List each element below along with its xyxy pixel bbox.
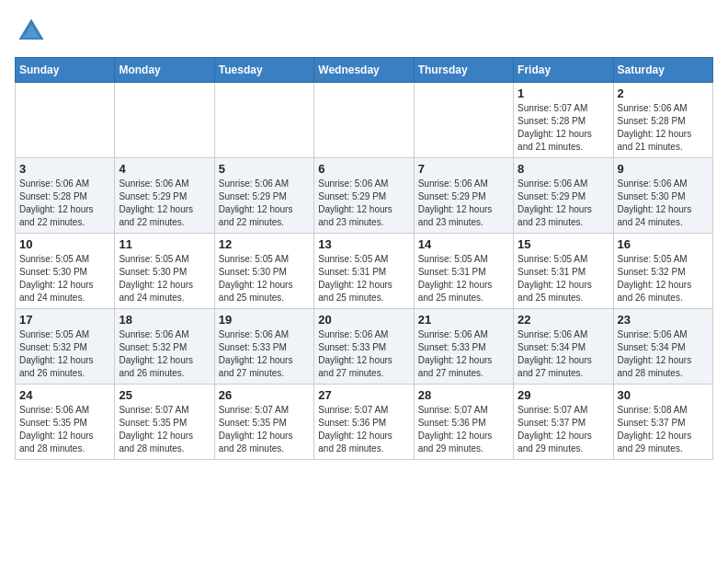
week-row-4: 24Sunrise: 5:06 AM Sunset: 5:35 PM Dayli… — [16, 385, 713, 460]
day-number: 2 — [618, 86, 709, 100]
day-info: Sunrise: 5:06 AM Sunset: 5:34 PM Dayligh… — [518, 328, 609, 380]
calendar-cell: 17Sunrise: 5:05 AM Sunset: 5:32 PM Dayli… — [16, 309, 115, 385]
calendar-cell: 6Sunrise: 5:06 AM Sunset: 5:29 PM Daylig… — [314, 158, 414, 234]
day-number: 16 — [618, 237, 709, 251]
week-row-2: 10Sunrise: 5:05 AM Sunset: 5:30 PM Dayli… — [16, 234, 713, 309]
calendar-cell — [16, 83, 115, 158]
day-number: 30 — [618, 388, 709, 402]
day-info: Sunrise: 5:06 AM Sunset: 5:29 PM Dayligh… — [318, 178, 409, 229]
day-number: 11 — [119, 237, 210, 251]
calendar-cell: 2Sunrise: 5:06 AM Sunset: 5:28 PM Daylig… — [613, 83, 712, 158]
day-number: 17 — [19, 313, 110, 327]
day-number: 4 — [119, 162, 210, 176]
day-number: 13 — [318, 237, 409, 251]
calendar-cell: 11Sunrise: 5:05 AM Sunset: 5:30 PM Dayli… — [115, 234, 214, 309]
calendar-cell: 27Sunrise: 5:07 AM Sunset: 5:36 PM Dayli… — [314, 385, 414, 460]
calendar: SundayMondayTuesdayWednesdayThursdayFrid… — [15, 57, 713, 460]
day-info: Sunrise: 5:06 AM Sunset: 5:28 PM Dayligh… — [618, 102, 709, 154]
calendar-cell: 13Sunrise: 5:05 AM Sunset: 5:31 PM Dayli… — [314, 234, 414, 309]
calendar-cell: 14Sunrise: 5:05 AM Sunset: 5:31 PM Dayli… — [414, 234, 513, 309]
day-number: 12 — [219, 237, 310, 251]
day-number: 3 — [19, 162, 110, 176]
day-number: 22 — [518, 313, 609, 327]
calendar-header-row: SundayMondayTuesdayWednesdayThursdayFrid… — [16, 58, 713, 83]
day-number: 10 — [19, 237, 110, 251]
day-info: Sunrise: 5:06 AM Sunset: 5:33 PM Dayligh… — [318, 328, 409, 380]
day-info: Sunrise: 5:07 AM Sunset: 5:35 PM Dayligh… — [119, 404, 210, 455]
day-info: Sunrise: 5:06 AM Sunset: 5:29 PM Dayligh… — [418, 178, 509, 229]
day-info: Sunrise: 5:05 AM Sunset: 5:31 PM Dayligh… — [518, 253, 609, 304]
week-row-0: 1Sunrise: 5:07 AM Sunset: 5:28 PM Daylig… — [16, 83, 713, 158]
day-number: 27 — [318, 388, 409, 402]
calendar-cell: 23Sunrise: 5:06 AM Sunset: 5:34 PM Dayli… — [613, 309, 712, 385]
day-info: Sunrise: 5:07 AM Sunset: 5:28 PM Dayligh… — [518, 102, 609, 154]
day-info: Sunrise: 5:05 AM Sunset: 5:30 PM Dayligh… — [119, 253, 210, 304]
day-number: 21 — [418, 313, 509, 327]
day-number: 15 — [518, 237, 609, 251]
day-info: Sunrise: 5:05 AM Sunset: 5:30 PM Dayligh… — [219, 253, 310, 304]
day-number: 8 — [518, 162, 609, 176]
header-thursday: Thursday — [414, 58, 513, 83]
logo-icon — [15, 15, 48, 48]
day-info: Sunrise: 5:06 AM Sunset: 5:29 PM Dayligh… — [119, 178, 210, 229]
day-info: Sunrise: 5:06 AM Sunset: 5:35 PM Dayligh… — [19, 404, 110, 455]
day-number: 23 — [618, 313, 709, 327]
day-info: Sunrise: 5:06 AM Sunset: 5:33 PM Dayligh… — [418, 328, 509, 380]
day-info: Sunrise: 5:06 AM Sunset: 5:32 PM Dayligh… — [119, 328, 210, 380]
calendar-cell: 29Sunrise: 5:07 AM Sunset: 5:37 PM Dayli… — [514, 385, 613, 460]
day-info: Sunrise: 5:07 AM Sunset: 5:36 PM Dayligh… — [418, 404, 509, 455]
day-info: Sunrise: 5:06 AM Sunset: 5:30 PM Dayligh… — [618, 178, 709, 229]
header-monday: Monday — [115, 58, 214, 83]
calendar-cell: 3Sunrise: 5:06 AM Sunset: 5:28 PM Daylig… — [16, 158, 115, 234]
day-number: 19 — [219, 313, 310, 327]
day-info: Sunrise: 5:08 AM Sunset: 5:37 PM Dayligh… — [618, 404, 709, 455]
day-info: Sunrise: 5:07 AM Sunset: 5:37 PM Dayligh… — [518, 404, 609, 455]
day-number: 1 — [518, 86, 609, 100]
header-sunday: Sunday — [16, 58, 115, 83]
day-info: Sunrise: 5:06 AM Sunset: 5:33 PM Dayligh… — [219, 328, 310, 380]
day-info: Sunrise: 5:06 AM Sunset: 5:28 PM Dayligh… — [19, 178, 110, 229]
week-row-1: 3Sunrise: 5:06 AM Sunset: 5:28 PM Daylig… — [16, 158, 713, 234]
day-info: Sunrise: 5:07 AM Sunset: 5:36 PM Dayligh… — [318, 404, 409, 455]
header — [15, 15, 713, 48]
calendar-cell: 21Sunrise: 5:06 AM Sunset: 5:33 PM Dayli… — [414, 309, 513, 385]
day-number: 20 — [318, 313, 409, 327]
calendar-cell — [115, 83, 214, 158]
day-number: 26 — [219, 388, 310, 402]
calendar-cell — [414, 83, 513, 158]
logo — [15, 15, 51, 48]
header-friday: Friday — [514, 58, 613, 83]
calendar-cell: 22Sunrise: 5:06 AM Sunset: 5:34 PM Dayli… — [514, 309, 613, 385]
calendar-cell: 30Sunrise: 5:08 AM Sunset: 5:37 PM Dayli… — [613, 385, 712, 460]
day-number: 5 — [219, 162, 310, 176]
day-number: 6 — [318, 162, 409, 176]
calendar-cell: 20Sunrise: 5:06 AM Sunset: 5:33 PM Dayli… — [314, 309, 414, 385]
calendar-cell: 18Sunrise: 5:06 AM Sunset: 5:32 PM Dayli… — [115, 309, 214, 385]
calendar-cell: 16Sunrise: 5:05 AM Sunset: 5:32 PM Dayli… — [613, 234, 712, 309]
day-info: Sunrise: 5:06 AM Sunset: 5:29 PM Dayligh… — [219, 178, 310, 229]
day-number: 7 — [418, 162, 509, 176]
week-row-3: 17Sunrise: 5:05 AM Sunset: 5:32 PM Dayli… — [16, 309, 713, 385]
day-number: 9 — [618, 162, 709, 176]
calendar-cell: 7Sunrise: 5:06 AM Sunset: 5:29 PM Daylig… — [414, 158, 513, 234]
calendar-cell: 10Sunrise: 5:05 AM Sunset: 5:30 PM Dayli… — [16, 234, 115, 309]
calendar-cell: 26Sunrise: 5:07 AM Sunset: 5:35 PM Dayli… — [214, 385, 313, 460]
calendar-cell: 25Sunrise: 5:07 AM Sunset: 5:35 PM Dayli… — [115, 385, 214, 460]
day-info: Sunrise: 5:06 AM Sunset: 5:29 PM Dayligh… — [518, 178, 609, 229]
calendar-cell: 28Sunrise: 5:07 AM Sunset: 5:36 PM Dayli… — [414, 385, 513, 460]
day-number: 18 — [119, 313, 210, 327]
day-info: Sunrise: 5:05 AM Sunset: 5:31 PM Dayligh… — [418, 253, 509, 304]
calendar-cell — [214, 83, 313, 158]
day-number: 24 — [19, 388, 110, 402]
calendar-cell — [314, 83, 414, 158]
day-info: Sunrise: 5:06 AM Sunset: 5:34 PM Dayligh… — [618, 328, 709, 380]
calendar-cell: 8Sunrise: 5:06 AM Sunset: 5:29 PM Daylig… — [514, 158, 613, 234]
calendar-cell: 12Sunrise: 5:05 AM Sunset: 5:30 PM Dayli… — [214, 234, 313, 309]
calendar-cell: 15Sunrise: 5:05 AM Sunset: 5:31 PM Dayli… — [514, 234, 613, 309]
day-number: 28 — [418, 388, 509, 402]
day-number: 14 — [418, 237, 509, 251]
header-wednesday: Wednesday — [314, 58, 414, 83]
day-number: 29 — [518, 388, 609, 402]
day-number: 25 — [119, 388, 210, 402]
header-saturday: Saturday — [613, 58, 712, 83]
